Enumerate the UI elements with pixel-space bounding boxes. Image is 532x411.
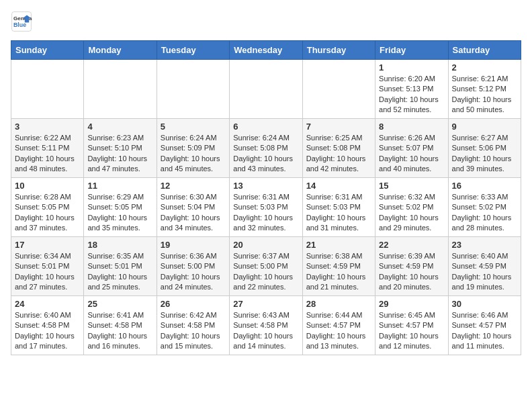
day-number: 20 <box>233 240 298 250</box>
daylight-text: Daylight: 10 hours and 15 minutes. <box>161 331 226 352</box>
day-info: Sunrise: 6:31 AMSunset: 5:03 PMDaylight:… <box>233 192 298 234</box>
sunrise-text: Sunrise: 6:34 AM <box>15 251 80 261</box>
column-header-thursday: Thursday <box>302 41 375 60</box>
day-number: 12 <box>161 181 226 191</box>
daylight-text: Daylight: 10 hours and 17 minutes. <box>15 331 80 352</box>
column-header-saturday: Saturday <box>448 41 521 60</box>
sunrise-text: Sunrise: 6:25 AM <box>306 133 371 143</box>
calendar-cell: 26Sunrise: 6:42 AMSunset: 4:58 PMDayligh… <box>157 296 229 355</box>
day-number: 28 <box>306 299 371 309</box>
daylight-text: Daylight: 10 hours and 21 minutes. <box>306 272 371 293</box>
calendar-cell: 15Sunrise: 6:32 AMSunset: 5:02 PMDayligh… <box>375 178 448 237</box>
day-info: Sunrise: 6:41 AMSunset: 4:58 PMDaylight:… <box>87 310 152 352</box>
daylight-text: Daylight: 10 hours and 19 minutes. <box>452 272 517 293</box>
day-number: 8 <box>379 122 444 132</box>
daylight-text: Daylight: 10 hours and 11 minutes. <box>452 331 517 352</box>
day-info: Sunrise: 6:32 AMSunset: 5:02 PMDaylight:… <box>379 192 444 234</box>
calendar-cell: 13Sunrise: 6:31 AMSunset: 5:03 PMDayligh… <box>230 178 302 237</box>
sunrise-text: Sunrise: 6:30 AM <box>161 192 226 202</box>
calendar-cell <box>11 60 84 119</box>
daylight-text: Daylight: 10 hours and 45 minutes. <box>161 154 226 175</box>
day-number: 14 <box>306 181 371 191</box>
calendar-cell: 5Sunrise: 6:24 AMSunset: 5:09 PMDaylight… <box>157 119 229 178</box>
sunrise-text: Sunrise: 6:39 AM <box>379 251 444 261</box>
day-number: 7 <box>306 122 371 132</box>
header-row: SundayMondayTuesdayWednesdayThursdayFrid… <box>11 41 521 60</box>
sunset-text: Sunset: 5:00 PM <box>161 261 226 271</box>
calendar-cell: 11Sunrise: 6:29 AMSunset: 5:05 PMDayligh… <box>84 178 157 237</box>
calendar-cell: 12Sunrise: 6:30 AMSunset: 5:04 PMDayligh… <box>157 178 229 237</box>
sunrise-text: Sunrise: 6:40 AM <box>15 310 80 320</box>
daylight-text: Daylight: 10 hours and 35 minutes. <box>87 213 152 234</box>
sunrise-text: Sunrise: 6:46 AM <box>452 310 517 320</box>
day-info: Sunrise: 6:34 AMSunset: 5:01 PMDaylight:… <box>15 251 80 293</box>
sunset-text: Sunset: 5:05 PM <box>87 202 152 212</box>
day-number: 11 <box>87 181 152 191</box>
daylight-text: Daylight: 10 hours and 24 minutes. <box>161 272 226 293</box>
sunset-text: Sunset: 5:01 PM <box>15 261 80 271</box>
day-number: 6 <box>233 122 298 132</box>
sunset-text: Sunset: 5:06 PM <box>452 143 517 153</box>
sunset-text: Sunset: 5:04 PM <box>161 202 226 212</box>
sunrise-text: Sunrise: 6:43 AM <box>233 310 298 320</box>
day-info: Sunrise: 6:35 AMSunset: 5:01 PMDaylight:… <box>87 251 152 293</box>
sunrise-text: Sunrise: 6:33 AM <box>452 192 517 202</box>
daylight-text: Daylight: 10 hours and 12 minutes. <box>379 331 444 352</box>
day-number: 9 <box>452 122 517 132</box>
day-number: 25 <box>87 299 152 309</box>
sunset-text: Sunset: 5:02 PM <box>452 202 517 212</box>
sunset-text: Sunset: 5:10 PM <box>87 143 152 153</box>
column-header-wednesday: Wednesday <box>230 41 302 60</box>
week-row-3: 10Sunrise: 6:28 AMSunset: 5:05 PMDayligh… <box>11 178 521 237</box>
sunset-text: Sunset: 5:03 PM <box>233 202 298 212</box>
day-number: 26 <box>161 299 226 309</box>
sunset-text: Sunset: 4:58 PM <box>87 320 152 330</box>
daylight-text: Daylight: 10 hours and 47 minutes. <box>87 154 152 175</box>
daylight-text: Daylight: 10 hours and 20 minutes. <box>379 272 444 293</box>
daylight-text: Daylight: 10 hours and 25 minutes. <box>87 272 152 293</box>
calendar-table: SundayMondayTuesdayWednesdayThursdayFrid… <box>11 40 521 355</box>
sunrise-text: Sunrise: 6:24 AM <box>161 133 226 143</box>
day-info: Sunrise: 6:26 AMSunset: 5:07 PMDaylight:… <box>379 133 444 175</box>
week-row-4: 17Sunrise: 6:34 AMSunset: 5:01 PMDayligh… <box>11 237 521 296</box>
daylight-text: Daylight: 10 hours and 43 minutes. <box>233 154 298 175</box>
daylight-text: Daylight: 10 hours and 22 minutes. <box>233 272 298 293</box>
calendar-cell: 3Sunrise: 6:22 AMSunset: 5:11 PMDaylight… <box>11 119 84 178</box>
sunset-text: Sunset: 5:00 PM <box>233 261 298 271</box>
day-info: Sunrise: 6:42 AMSunset: 4:58 PMDaylight:… <box>161 310 226 352</box>
calendar-cell <box>84 60 157 119</box>
calendar-cell <box>157 60 229 119</box>
sunrise-text: Sunrise: 6:40 AM <box>452 251 517 261</box>
sunrise-text: Sunrise: 6:44 AM <box>306 310 371 320</box>
day-info: Sunrise: 6:46 AMSunset: 4:57 PMDaylight:… <box>452 310 517 352</box>
sunset-text: Sunset: 5:01 PM <box>87 261 152 271</box>
day-number: 18 <box>87 240 152 250</box>
sunset-text: Sunset: 5:08 PM <box>233 143 298 153</box>
day-number: 24 <box>15 299 80 309</box>
calendar-cell: 24Sunrise: 6:40 AMSunset: 4:58 PMDayligh… <box>11 296 84 355</box>
sunrise-text: Sunrise: 6:26 AM <box>379 133 444 143</box>
sunrise-text: Sunrise: 6:42 AM <box>161 310 226 320</box>
daylight-text: Daylight: 10 hours and 37 minutes. <box>15 213 80 234</box>
sunset-text: Sunset: 4:59 PM <box>306 261 371 271</box>
logo-icon: General Blue <box>11 11 32 32</box>
day-number: 29 <box>379 299 444 309</box>
day-info: Sunrise: 6:44 AMSunset: 4:57 PMDaylight:… <box>306 310 371 352</box>
sunrise-text: Sunrise: 6:31 AM <box>233 192 298 202</box>
week-row-1: 1Sunrise: 6:20 AMSunset: 5:13 PMDaylight… <box>11 60 521 119</box>
day-info: Sunrise: 6:28 AMSunset: 5:05 PMDaylight:… <box>15 192 80 234</box>
calendar-cell: 2Sunrise: 6:21 AMSunset: 5:12 PMDaylight… <box>448 60 521 119</box>
sunset-text: Sunset: 4:58 PM <box>161 320 226 330</box>
sunset-text: Sunset: 4:59 PM <box>452 261 517 271</box>
day-info: Sunrise: 6:24 AMSunset: 5:08 PMDaylight:… <box>233 133 298 175</box>
sunrise-text: Sunrise: 6:23 AM <box>87 133 152 143</box>
day-number: 22 <box>379 240 444 250</box>
sunset-text: Sunset: 5:05 PM <box>15 202 80 212</box>
day-number: 10 <box>15 181 80 191</box>
sunset-text: Sunset: 4:57 PM <box>452 320 517 330</box>
day-info: Sunrise: 6:21 AMSunset: 5:12 PMDaylight:… <box>452 74 517 116</box>
day-number: 13 <box>233 181 298 191</box>
day-number: 1 <box>379 62 444 73</box>
daylight-text: Daylight: 10 hours and 32 minutes. <box>233 213 298 234</box>
daylight-text: Daylight: 10 hours and 52 minutes. <box>379 95 444 116</box>
